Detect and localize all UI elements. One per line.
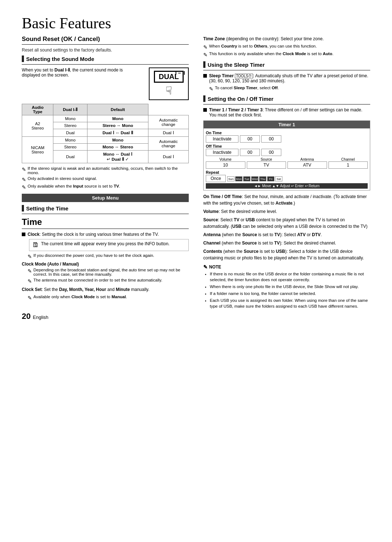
note-broadcast: ✎ Depending on the broadcast station and…	[22, 268, 189, 276]
note-weak-stereo: ✎ If the stereo signal is weak and an au…	[22, 166, 189, 175]
page-lang: English	[33, 315, 49, 320]
table-row: NICAMStereo Mono Mono Automaticchange	[22, 137, 189, 144]
sound-reset-section: Sound Reset (OK / Cancel) Reset all soun…	[22, 36, 189, 53]
note-item-1: If there is no music file on the USB dev…	[210, 271, 370, 283]
pencil-icon-4: ✎	[28, 254, 32, 259]
square-bullet-icon-2	[203, 74, 207, 78]
note-section: ✎ NOTE If there is no music file on the …	[203, 264, 370, 309]
on-inactivate: Inactivate	[206, 135, 238, 143]
note-antenna: ✎ The antenna must be connected in order…	[22, 278, 189, 284]
on-hour: 00	[240, 135, 260, 143]
pencil-icon-10: ✎	[209, 86, 213, 92]
col-audio-type: AudioType	[22, 104, 53, 115]
sleep-timer-title: Using the Sleep Timer	[208, 62, 265, 68]
pencil-icon-9: ✎	[203, 52, 208, 58]
section-bar-icon-3	[203, 61, 205, 68]
off-min: 00	[261, 149, 281, 156]
setting-time-section: Setting the Time	[22, 205, 189, 214]
contents-desc: Contents (when the Source is set to USB)…	[203, 248, 370, 261]
note-item-4: Each USB you use is assigned its own fol…	[210, 297, 370, 309]
volume-desc: Volume: Set the desired volume level.	[203, 208, 370, 215]
volume-label: Volume	[206, 157, 245, 161]
note-clock-mode: ✎ This function is only available when t…	[203, 52, 370, 58]
selecting-sound-mode-section: Selecting the Sound Mode When you set to…	[22, 56, 189, 190]
time-zone-section: Time Zone (depending on the country): Se…	[203, 36, 370, 58]
note-manual: ✎ Available only when Clock Mode is set …	[22, 295, 189, 301]
clock-set-text: Clock Set: Set the Day, Month, Year, Hou…	[22, 286, 189, 293]
antenna-val: ATV	[287, 161, 327, 169]
selecting-sound-mode-title: Selecting the Sound Mode	[26, 56, 94, 62]
timer-nav: ◄► Move ▲▼ Adjust ↵ Enter ↩ Return	[206, 183, 368, 189]
cell-stereo: Stereo	[53, 122, 87, 129]
pencil-icon-7: ✎	[28, 295, 32, 301]
table-row: A2Stereo Mono Mono Automaticchange	[22, 115, 189, 122]
channel-desc: Channel (when the Source is set to TV): …	[203, 240, 370, 246]
day-sat: Sat	[275, 176, 282, 181]
hand-icon: ☟	[166, 84, 172, 97]
note-cancel-sleep: ✎ To cancel Sleep Timer, select Off.	[203, 86, 370, 92]
source-desc: Source: Select TV or USB content to be p…	[203, 217, 370, 230]
note-item-3: If a folder name is too long, the folder…	[210, 291, 370, 296]
on-off-timer-title: Setting the On / Off Timer	[208, 96, 273, 102]
page-number: 20 English	[22, 312, 189, 321]
note-input-tv: ✎ Only available when the Input source i…	[22, 184, 189, 190]
cell-nicam-dual: Dual	[53, 151, 87, 163]
cell-dual-val: Dual Ⅰ ↔ Dual Ⅱ	[87, 129, 148, 137]
cell-stereo-val: Stereo ↔ Mono	[87, 122, 148, 129]
antenna-desc: Antenna (when the Source is set to TV): …	[203, 231, 370, 238]
cell-nicam-dual-val: Mono ↔ Dual Ⅰ↵ Dual Ⅱ ✓	[87, 151, 148, 163]
on-off-timer-section: Setting the On / Off Timer Timer 1 / Tim…	[203, 95, 370, 309]
dual-display-box: I – II DUAL ☟	[149, 67, 189, 100]
sleep-timer-section: Using the Sleep Timer Sleep Timer TOOLS⏱…	[203, 61, 370, 92]
cell-automatic: Automaticchange	[148, 115, 189, 129]
sleep-timer-bullet: Sleep Timer TOOLS⏱: Automatically shuts …	[203, 73, 370, 83]
cell-dual-i: Dual Ⅰ	[148, 129, 189, 137]
pencil-icon-6: ✎	[28, 278, 32, 284]
section-bar-icon	[22, 56, 24, 62]
channel-label: Channel	[328, 157, 368, 161]
cell-mono-val: Mono	[87, 115, 148, 122]
on-off-time-desc: On Time / Off Time: Set the hour, minute…	[203, 193, 370, 206]
setup-menu-bar: Setup Menu	[22, 194, 189, 202]
cell-nicam-stereo: Stereo	[53, 144, 87, 151]
cell-nicam-stereo-val: Mono ↔ Stereo	[87, 144, 148, 151]
repeat-val: Once	[206, 175, 226, 182]
repeat-days: Sun Mon Tue Wed Thu Fri Sat	[227, 176, 282, 181]
timer-box: Timer 1 On Time Inactivate 00 00 Off Tim…	[203, 120, 370, 190]
on-time-cells: Inactivate 00 00	[206, 135, 368, 143]
on-min: 00	[261, 135, 281, 143]
col-dual-i-ii: Dual I-Ⅱ	[53, 104, 87, 115]
cell-a2-stereo: A2Stereo	[22, 115, 53, 137]
cell-nicam-automatic: Automaticchange	[148, 137, 189, 151]
timer-title: Timer 1	[204, 121, 370, 128]
day-fri: Fri	[267, 176, 274, 181]
section-bar-icon-4	[203, 95, 205, 102]
sound-mode-table: AudioType Dual I-Ⅱ Default A2Stereo Mono…	[22, 104, 189, 163]
cell-nicam-dual-i: Dual Ⅰ	[148, 151, 189, 163]
sound-reset-desc: Reset all sound settings to the factory …	[22, 48, 189, 53]
note-country: ✎ When Country is set to Others, you can…	[203, 44, 370, 50]
i-ii-label: I – II	[175, 70, 185, 76]
clock-mode-heading: Clock Mode (Auto / Manual)	[22, 262, 189, 267]
time-zone-intro: Time Zone (depending on the country): Se…	[203, 36, 370, 42]
note-stereo-only: ✎ Only activated in stereo sound signal.	[22, 176, 189, 182]
time-section: Time Clock: Setting the clock is for usi…	[22, 217, 189, 301]
setting-time-title: Setting the Time	[26, 205, 68, 212]
note-list: If there is no music file on the USB dev…	[203, 271, 370, 309]
time-title: Time	[22, 217, 189, 229]
cell-dual: Dual	[53, 129, 87, 137]
volume-val: 10	[206, 161, 245, 169]
clock-bullet: Clock: Setting the clock is for using va…	[22, 232, 189, 237]
on-time-label: On Time	[206, 131, 368, 135]
cell-nicam-mono: Mono	[53, 137, 87, 144]
source-val: TV	[247, 161, 286, 169]
pencil-icon-1: ✎	[22, 167, 26, 172]
source-label: Source	[247, 157, 286, 161]
sound-reset-title: Sound Reset (OK / Cancel)	[22, 36, 189, 45]
day-sun: Sun	[227, 176, 234, 181]
day-mon: Mon	[235, 176, 242, 181]
note-item-2: When there is only one photo file in the…	[210, 284, 370, 290]
pencil-icon-11: ✎	[203, 264, 208, 270]
off-time-label: Off Time	[206, 144, 368, 148]
dual-description-text: When you set to Dual I-Ⅱ, the current so…	[22, 67, 142, 78]
